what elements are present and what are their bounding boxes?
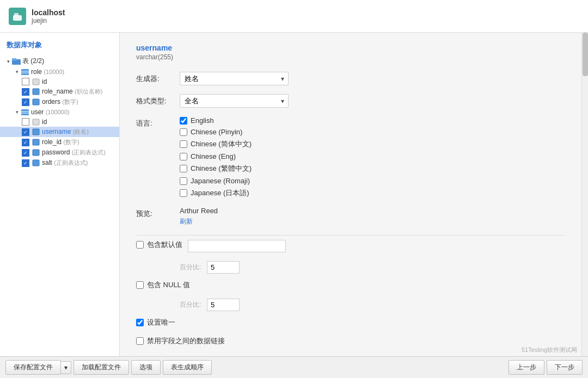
lang-japanese-romaji[interactable]: Japanese (Romaji) [180,177,397,185]
percent-input-1[interactable] [207,261,240,274]
tables-label: 表 (2/2) [22,57,44,66]
disable-link-label: 禁用字段之间的数据链接 [147,336,225,346]
include-default-input[interactable] [188,240,286,252]
next-step-button[interactable]: 下一步 [547,360,583,375]
format-select-wrapper[interactable]: 全名 [180,94,289,108]
right-scrollbar [581,33,588,356]
user-roleid-checkbox [22,139,29,146]
role-name-field[interactable]: role_name (职位名称) [0,86,119,97]
set-unique-label: 设置唯一 [147,318,175,327]
load-config-button[interactable]: 加载配置文件 [74,360,129,375]
percent-row-1: 百分比: [180,261,565,274]
lang-japanese[interactable]: Japanese (日本語) [180,188,397,198]
svg-rect-17 [33,160,39,166]
user-id-checkbox [22,118,29,126]
table-icon [21,69,29,76]
divider-1 [136,235,565,236]
svg-rect-10 [21,109,29,115]
user-username-checkbox [22,128,29,136]
generator-select[interactable]: 姓名 [180,72,289,85]
lang-chinese-traditional-label: Chinese (繁體中文) [191,164,252,173]
db-label: juejin [32,17,65,24]
lang-chinese-eng[interactable]: Chinese (Eng) [180,152,397,160]
field-icon [32,119,40,126]
title-bar: localhost juejin [0,0,588,33]
set-unique-row: 设置唯一 [136,318,565,327]
lang-chinese-simplified-checkbox[interactable] [180,140,187,148]
main-area: 数据库对象 ▾ 表 (2/2) ▾ role (10000) id [0,33,588,356]
include-null-checkbox-label[interactable]: 包含 NULL 值 [136,280,190,290]
role-id-label: id [42,78,47,85]
content-area: username varchar(255) 生成器: 姓名 格式类型: 全名 [120,33,581,356]
connection-info: localhost juejin [32,8,65,24]
lang-chinese-traditional-checkbox[interactable] [180,165,187,172]
options-button[interactable]: 选项 [131,360,161,375]
include-default-checkbox-label[interactable]: 包含默认值 [136,240,182,250]
user-id-label: id [42,118,47,126]
lang-chinese-eng-label: Chinese (Eng) [191,152,236,160]
lang-chinese-simplified-label: Chinese (简体中文) [191,139,252,149]
lang-japanese-checkbox[interactable] [180,189,187,197]
lang-chinese-pinyin[interactable]: Chinese (Pinyin) [180,128,397,136]
generator-control: 姓名 [180,72,397,85]
percent-label-2: 百分比: [180,300,201,309]
format-label: 格式类型: [136,94,180,106]
user-id-field[interactable]: id [0,117,119,127]
user-salt-label: salt (正则表达式) [42,159,88,167]
percent-input-2[interactable] [207,299,240,311]
lang-english[interactable]: English [180,116,397,125]
save-config-dropdown[interactable]: ▾ [60,361,71,374]
svg-rect-16 [33,150,39,156]
refresh-button[interactable]: 刷新 [180,218,193,225]
user-password-checkbox [22,149,29,157]
generator-row: 生成器: 姓名 [136,72,565,85]
user-salt-field[interactable]: salt (正则表达式) [0,158,119,168]
lang-chinese-eng-checkbox[interactable] [180,153,187,160]
tables-group[interactable]: ▾ 表 (2/2) [0,55,119,67]
set-unique-checkbox-label[interactable]: 设置唯一 [136,318,175,327]
role-label: role (10000) [31,68,64,76]
user-password-label: password (正则表达式) [42,148,106,157]
preview-row: 预览: Arthur Reed 刷新 [136,207,565,226]
table-order-button[interactable]: 表生成顺序 [163,360,212,375]
user-table[interactable]: ▾ user (100000) [0,107,119,117]
sidebar: 数据库对象 ▾ 表 (2/2) ▾ role (10000) id [0,33,120,356]
role-orders-checkbox [22,98,29,106]
expand-role-icon: ▾ [13,68,21,76]
include-null-checkbox[interactable] [136,281,144,289]
lang-chinese-pinyin-checkbox[interactable] [180,128,187,136]
generator-select-wrapper[interactable]: 姓名 [180,72,289,85]
folder-icon [12,58,21,65]
lang-japanese-romaji-checkbox[interactable] [180,177,187,185]
user-roleid-field[interactable]: role_id (数字) [0,137,119,147]
lang-chinese-traditional[interactable]: Chinese (繁體中文) [180,164,397,173]
format-select[interactable]: 全名 [180,94,289,108]
role-id-field[interactable]: id [0,77,119,86]
include-null-row: 包含 NULL 值 [136,280,565,290]
user-username-field[interactable]: username (姓名) [0,127,119,137]
lang-chinese-simplified[interactable]: Chinese (简体中文) [180,139,397,149]
disable-link-checkbox-label[interactable]: 禁用字段之间的数据链接 [136,336,225,346]
svg-rect-7 [33,79,39,85]
percent-row-2: 百分比: [180,299,565,311]
save-config-button[interactable]: 保存配置文件 [5,360,61,375]
field-type-label: varchar(255) [136,53,565,61]
preview-value: Arthur Reed [180,207,397,215]
field-icon [32,159,40,166]
svg-rect-1 [14,13,19,16]
include-default-checkbox[interactable] [136,241,144,249]
role-name-checkbox [22,88,29,96]
user-password-field[interactable]: password (正则表达式) [0,147,119,158]
svg-rect-15 [33,139,39,145]
svg-rect-4 [21,69,29,75]
set-unique-checkbox[interactable] [136,319,144,326]
svg-rect-3 [12,58,16,60]
lang-japanese-romaji-label: Japanese (Romaji) [191,177,250,185]
role-orders-field[interactable]: orders (数字) [0,97,119,107]
prev-step-button[interactable]: 上一步 [509,360,544,375]
role-orders-label: orders (数字) [42,98,78,106]
lang-english-checkbox[interactable] [180,117,187,125]
disable-link-checkbox[interactable] [136,337,144,345]
role-table[interactable]: ▾ role (10000) [0,67,119,77]
field-icon [32,78,40,85]
